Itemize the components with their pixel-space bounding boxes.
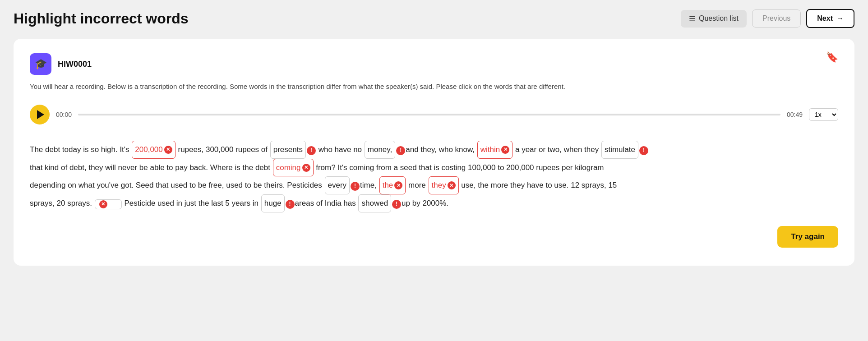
word-200000[interactable]: 200,000✕ [132, 141, 175, 159]
word-huge[interactable]: huge [261, 194, 285, 212]
speed-selector[interactable]: 1x 1.5x 2x [809, 108, 838, 121]
question-list-button[interactable]: ☰ Question list [681, 10, 747, 28]
word-the[interactable]: The debt today is so high. It's [30, 145, 131, 154]
arrow-right-icon: → [836, 14, 844, 23]
play-button[interactable] [30, 105, 50, 124]
progress-bar[interactable] [78, 114, 780, 115]
word-presents[interactable]: presents [270, 141, 306, 159]
x-icon-2: ✕ [501, 146, 509, 154]
x-icon-3: ✕ [302, 164, 310, 172]
warning-icon-6: ! [392, 200, 401, 209]
warning-icon-4: ! [351, 182, 360, 191]
page-title: Highlight incorrect words [14, 10, 189, 27]
word-the[interactable]: the✕ [379, 176, 406, 194]
audio-player: 00:00 00:49 1x 1.5x 2x [30, 105, 838, 124]
x-icon-5: ✕ [448, 181, 456, 189]
bookmark-icon[interactable]: 🔖 [826, 51, 838, 63]
x-icon-4: ✕ [394, 181, 402, 189]
word-stimulate[interactable]: stimulate [601, 141, 638, 159]
next-button[interactable]: Next → [806, 9, 854, 28]
word-showed[interactable]: showed [358, 194, 391, 212]
graduation-icon: 🎓 [35, 58, 47, 70]
card-id: HIW0001 [58, 60, 92, 69]
word-within[interactable]: within✕ [477, 141, 512, 159]
time-start: 00:00 [56, 111, 72, 118]
question-card: 🎓 HIW0001 🔖 You will hear a recording. B… [14, 39, 854, 266]
instructions-text: You will hear a recording. Below is a tr… [30, 81, 661, 92]
list-icon: ☰ [689, 14, 695, 23]
warning-icon-1: ! [307, 146, 316, 155]
word-they[interactable]: they✕ [429, 176, 459, 194]
x-icon-6: ✕ [99, 200, 107, 208]
card-icon: 🎓 [30, 53, 51, 75]
x-icon: ✕ [164, 146, 172, 154]
page-header: Highlight incorrect words ☰ Question lis… [14, 9, 854, 28]
word-coming[interactable]: coming✕ [273, 159, 314, 177]
previous-button[interactable]: Previous [752, 9, 801, 28]
card-header: 🎓 HIW0001 [30, 53, 838, 75]
blank-box-1[interactable]: ✕ [95, 199, 122, 209]
header-actions: ☰ Question list Previous Next → [681, 9, 854, 28]
time-end: 00:49 [787, 111, 803, 118]
warning-icon-3: ! [639, 146, 648, 155]
word-money[interactable]: money, [365, 141, 396, 159]
try-again-button[interactable]: Try again [777, 226, 838, 248]
warning-icon-5: ! [286, 200, 295, 209]
transcript-text: The debt today is so high. It's 200,000✕… [30, 141, 838, 212]
play-icon [37, 110, 44, 119]
word-every[interactable]: every [325, 176, 350, 194]
warning-icon-2: ! [396, 146, 405, 155]
